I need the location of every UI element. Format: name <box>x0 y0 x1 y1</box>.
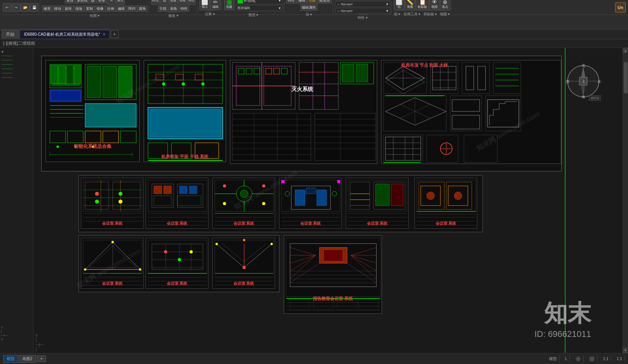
svg-rect-151 <box>154 186 162 194</box>
save-btn[interactable]: 💾 <box>30 3 38 12</box>
draw-group: 直线 多段线 圆 矩形 A 标注 修剪 移动 旋转 缩放 复制 镜像 拉伸 偏移… <box>41 1 149 14</box>
group-btn[interactable]: ⬜ 组 <box>394 0 404 10</box>
label-btn[interactable]: 标注 <box>116 0 125 5</box>
insert-btn[interactable]: ⬜ 插入 <box>199 0 210 10</box>
svg-rect-292 <box>592 357 594 359</box>
svg-rect-193 <box>391 184 403 206</box>
bylayer-weight-dropdown[interactable]: — ByLayer ▾ <box>335 8 390 14</box>
mid-3-label: 会议室 系统 <box>213 221 275 226</box>
view-btn[interactable]: 👁 视图 <box>429 0 440 10</box>
tab-close-icon[interactable]: ✕ <box>102 32 106 36</box>
array-btn[interactable]: 阵列 <box>127 5 137 12</box>
layer-group: ▦ 创建 A-弱电 ▾ 图层编辑 ▾ 图层 ▾ <box>223 1 284 14</box>
attr-btn[interactable]: 特性 <box>187 0 196 5</box>
tools-group: ⬜ 组 📏 测量 📋 粘贴板 👁 视图 ⊕ 基点 <box>392 1 452 14</box>
tab-add-btn[interactable]: + <box>111 30 119 38</box>
svg-rect-56 <box>254 68 260 74</box>
svg-point-40 <box>182 82 185 86</box>
scroll-down-btn[interactable]: ▼ <box>623 348 628 353</box>
layer-btn[interactable]: 图 <box>160 0 169 5</box>
table2-btn[interactable]: 表格 <box>168 5 179 12</box>
svg-point-41 <box>201 82 204 86</box>
stretch-btn[interactable]: 拉伸 <box>106 5 116 12</box>
line-btn[interactable]: 直线 <box>65 0 75 4</box>
svg-marker-109 <box>385 98 446 125</box>
引线-btn[interactable]: 引线 <box>158 5 168 12</box>
view-header: [-][俯视]二维线框 <box>0 39 628 48</box>
left-item-5: ───── <box>1 67 32 71</box>
open-btn[interactable]: 📂 <box>21 3 29 12</box>
basepoint-btn[interactable]: ⊕ 基点 <box>440 0 450 10</box>
layer-edit-dropdown[interactable]: 图层编辑 ▾ <box>236 5 283 11</box>
model-tab[interactable]: 模型 <box>3 355 18 363</box>
svg-line-257 <box>290 255 316 271</box>
mid-6-label: 会议室 系统 <box>415 221 477 226</box>
svg-rect-55 <box>246 68 252 74</box>
un-button[interactable]: Un <box>615 2 626 13</box>
properties-label: 特性 ▾ <box>358 14 368 20</box>
move-btn[interactable]: 移动 <box>53 5 63 12</box>
properties-btn[interactable]: 特性 <box>151 0 160 5</box>
drawing-2-svg <box>144 60 226 162</box>
offset-btn[interactable]: 偏移 <box>116 5 126 12</box>
toolbar-top: ↩ ↪ 📂 💾 直线 多段线 圆 矩形 A 标注 修剪 移动 旋转 缩放 复制 <box>0 0 628 15</box>
svg-rect-22 <box>120 131 136 143</box>
match-btn[interactable]: 匹配 <box>307 0 318 4</box>
bot-big-label: 报告教室会议室 系统 <box>284 296 382 302</box>
circle-indicator[interactable] <box>573 355 584 362</box>
mid-drawing-4: 会议室 系统 <box>279 178 342 229</box>
clipboard-btn[interactable]: 📋 粘贴板 <box>416 0 429 10</box>
特性2-btn[interactable]: 特性 <box>179 5 189 12</box>
trim-btn[interactable]: 修剪 <box>42 5 52 12</box>
scrollbar-right[interactable]: ▲ ▼ <box>623 48 628 353</box>
draw-label: 绘图 ▾ <box>90 12 100 18</box>
tab-start[interactable]: 开始 <box>2 30 19 38</box>
table-btn[interactable]: 表格 <box>178 0 187 5</box>
layer-dropdown[interactable]: A-弱电 ▾ <box>236 0 283 4</box>
rotate-btn[interactable]: 旋转 <box>63 5 73 12</box>
scroll-track[interactable] <box>624 54 628 347</box>
bot-2-label: 会议室 系统 <box>146 281 208 286</box>
measure-btn[interactable]: 📏 测量 <box>405 0 415 10</box>
svg-rect-117 <box>486 96 521 131</box>
bylayer-line-dropdown[interactable]: — ByLayer ▾ <box>335 1 390 7</box>
create-btn[interactable]: ▦ 创建 <box>224 0 234 10</box>
add-layout-btn[interactable]: + <box>37 355 46 362</box>
matchcfg-btn[interactable]: 配图层 <box>318 0 332 4</box>
circle-btn[interactable]: 圆 <box>89 0 96 4</box>
attr-edit-btn[interactable]: 编辑属性 <box>300 4 318 11</box>
svg-rect-225 <box>148 240 207 273</box>
svg-point-249 <box>243 239 245 241</box>
bylayer-color-dropdown[interactable]: — ByLayer ▾ <box>335 0 390 0</box>
canvas-area[interactable]: 知末网 www.zmo.com 知末网 www.zmo.com 知末网 www.… <box>33 48 623 353</box>
edit-btn[interactable]: ✏ 编辑 <box>210 0 221 10</box>
fillet-btn[interactable]: 圆角 <box>137 5 148 12</box>
scroll-thumb[interactable] <box>624 62 628 93</box>
svg-rect-10 <box>87 66 101 98</box>
layer-label: 图层 ▾ <box>248 11 259 18</box>
modify-label: 修改 ▾ <box>168 12 179 18</box>
rect-btn[interactable]: 矩形 <box>97 0 107 4</box>
hatch-btn[interactable]: 图案 <box>169 0 178 5</box>
bot-drawing-3: 会议室 系统 <box>212 238 275 289</box>
scroll-up-btn[interactable]: ▲ <box>623 48 628 53</box>
undo-btn[interactable]: ↩ <box>3 3 11 12</box>
polyline-btn[interactable]: 多段线 <box>75 0 89 4</box>
text-btn[interactable]: A <box>107 0 116 5</box>
block-insert-btn[interactable]: 特性 <box>286 0 296 4</box>
svg-line-259 <box>351 248 376 255</box>
svg-text:北: 北 <box>582 64 585 67</box>
copy-btn[interactable]: 复制 <box>84 5 95 12</box>
layout2-tab[interactable]: 布图2 <box>19 355 36 363</box>
bot-3-label: 会议室 系统 <box>213 281 275 286</box>
block-edit-btn[interactable]: 编辑 <box>297 0 307 4</box>
redo-btn[interactable]: ↪ <box>12 3 20 12</box>
mirror-btn[interactable]: 镜像 <box>95 5 105 12</box>
mid-5-label: 会议室 系统 <box>346 221 408 226</box>
grid-icon <box>589 356 595 362</box>
scale-btn[interactable]: 缩放 <box>74 5 84 12</box>
grid-indicator[interactable] <box>587 355 597 362</box>
circle-icon <box>575 356 581 362</box>
tab-drawing[interactable]: ID6880-CAD素材-机房工程系统面常用器电* ✕ <box>20 30 110 38</box>
annotation-label: 注释 ▾ <box>205 11 215 17</box>
